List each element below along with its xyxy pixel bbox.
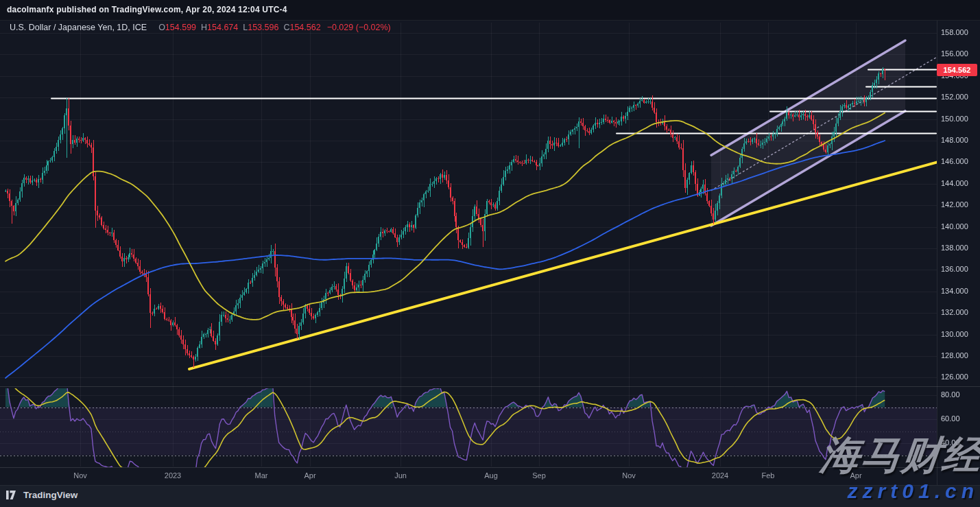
price-tick-label: 138.000 bbox=[941, 244, 968, 252]
price-tick-label: 156.000 bbox=[941, 49, 968, 58]
time-tick-label: Nov bbox=[622, 471, 636, 480]
time-tick-label: Nov bbox=[73, 471, 87, 480]
price-tick-label: 158.000 bbox=[941, 28, 968, 36]
price-tick-label: 128.000 bbox=[941, 351, 968, 359]
change-value: −0.029 (−0.02%) bbox=[327, 23, 391, 32]
time-tick-label: Apr bbox=[304, 471, 315, 480]
pane-separator[interactable] bbox=[0, 386, 937, 388]
price-tick-label: 150.000 bbox=[941, 115, 968, 123]
price-tick-label: 134.000 bbox=[941, 287, 968, 295]
tradingview-published-chart: dacolmanfx published on TradingView.com,… bbox=[0, 0, 980, 507]
time-tick-label: Mar bbox=[255, 471, 268, 480]
price-tick-label: 148.000 bbox=[941, 136, 968, 144]
tradingview-logo[interactable]: TradingView bbox=[6, 490, 77, 500]
open-value: 154.599 bbox=[165, 23, 196, 32]
time-tick-label: Jun bbox=[394, 471, 407, 480]
price-tick-label: 132.000 bbox=[941, 308, 968, 316]
price-tick-label: 144.000 bbox=[941, 179, 968, 187]
chart-legend: U.S. Dollar / Japanese Yen, 1D, ICEO154.… bbox=[10, 23, 391, 32]
price-tick-label: 126.000 bbox=[941, 373, 968, 381]
high-value: 154.674 bbox=[207, 23, 238, 32]
header-bar: dacolmanfx published on TradingView.com,… bbox=[0, 0, 980, 21]
last-price-badge: 154.562 bbox=[937, 64, 977, 76]
footer-bar bbox=[0, 485, 980, 507]
close-value: 154.562 bbox=[289, 23, 320, 32]
time-tick-label: Feb bbox=[762, 471, 775, 480]
time-tick-label: 2024 bbox=[712, 471, 728, 480]
tradingview-logo-icon bbox=[6, 491, 19, 499]
low-value: 153.596 bbox=[248, 23, 278, 32]
symbol-title[interactable]: U.S. Dollar / Japanese Yen, 1D, ICE bbox=[10, 23, 147, 32]
watermark-cn: 海马财经 bbox=[818, 429, 980, 482]
rsi-tick-label: 80.00 bbox=[941, 390, 960, 399]
high-label: H bbox=[201, 23, 207, 32]
price-tick-label: 140.000 bbox=[941, 222, 968, 231]
price-tick-label: 142.000 bbox=[941, 200, 968, 209]
price-tick-label: 130.000 bbox=[941, 330, 968, 338]
time-tick-label: Sep bbox=[532, 471, 546, 480]
time-tick-label: Aug bbox=[484, 471, 498, 480]
watermark-url: zzrt01.cn bbox=[848, 480, 979, 503]
price-tick-label: 136.000 bbox=[941, 265, 968, 273]
open-label: O bbox=[158, 23, 165, 32]
price-tick-label: 146.000 bbox=[941, 157, 968, 165]
price-tick-label: 152.000 bbox=[941, 93, 968, 101]
tradingview-logo-text: TradingView bbox=[23, 490, 77, 500]
publisher-line: dacolmanfx published on TradingView.com,… bbox=[7, 5, 287, 14]
rsi-tick-label: 60.00 bbox=[941, 414, 960, 423]
time-tick-label: 2023 bbox=[165, 471, 181, 480]
